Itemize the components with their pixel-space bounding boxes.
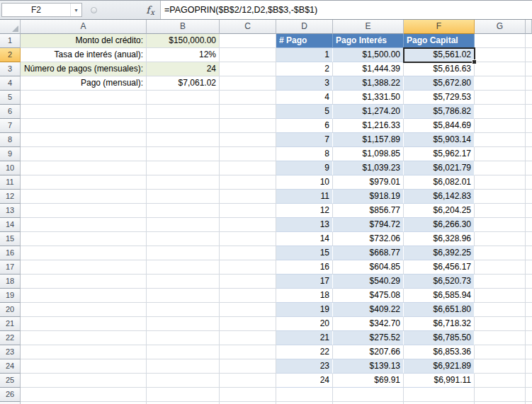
cell-C18[interactable] [220, 275, 276, 289]
cell-C14[interactable] [220, 218, 276, 232]
cell-B11[interactable] [147, 175, 220, 190]
cell-A22[interactable] [21, 331, 147, 345]
cell-C6[interactable] [220, 105, 276, 119]
cell-C17[interactable] [220, 260, 276, 275]
cell-C15[interactable] [220, 232, 276, 246]
column-header-D[interactable]: D [276, 20, 333, 34]
cell-E11[interactable]: $979.01 [333, 175, 404, 190]
cell-G12[interactable] [475, 190, 526, 204]
cell-G10[interactable] [475, 161, 526, 175]
row-header-19[interactable]: 19 [0, 289, 21, 303]
cell-F18[interactable]: $6,520.73 [404, 275, 475, 289]
cell-E3[interactable]: $1,444.39 [333, 62, 404, 76]
cell-D19[interactable]: 18 [276, 289, 333, 303]
cell-F25[interactable]: $6,991.11 [404, 374, 475, 388]
cell-B10[interactable] [147, 161, 220, 175]
cell-G1[interactable] [475, 34, 526, 48]
cell-A5[interactable] [21, 91, 147, 105]
cell-C10[interactable] [220, 161, 276, 175]
cell-A3[interactable]: Número de pagos (mensuales): [21, 62, 147, 76]
cell-B19[interactable] [147, 289, 220, 303]
cell-B21[interactable] [147, 317, 220, 331]
cell-F23[interactable]: $6,853.36 [404, 345, 475, 359]
cell-A10[interactable] [21, 161, 147, 175]
cell-A7[interactable] [21, 119, 147, 133]
cell-B1[interactable]: $150,000.00 [147, 34, 220, 48]
cell-B7[interactable] [147, 119, 220, 133]
cell-G7[interactable] [475, 119, 526, 133]
cell-A4[interactable]: Pago (mensual): [21, 76, 147, 91]
cell-D6[interactable]: 5 [276, 105, 333, 119]
cell-E22[interactable]: $275.52 [333, 331, 404, 345]
cell-A16[interactable] [21, 246, 147, 260]
insert-function-icon[interactable]: fx [146, 5, 154, 15]
cell-G15[interactable] [475, 232, 526, 246]
row-header-23[interactable]: 23 [0, 345, 21, 359]
cell-C9[interactable] [220, 147, 276, 161]
cell-E1[interactable]: Pago Interés [333, 34, 404, 48]
cell-D8[interactable]: 7 [276, 133, 333, 147]
cell-D21[interactable]: 20 [276, 317, 333, 331]
cell-G4[interactable] [475, 76, 526, 91]
cell-D20[interactable]: 19 [276, 303, 333, 317]
cell-D17[interactable]: 16 [276, 260, 333, 275]
cell-D14[interactable]: 13 [276, 218, 333, 232]
cell-B25[interactable] [147, 374, 220, 388]
row-header-8[interactable]: 8 [0, 133, 21, 147]
row-header-7[interactable]: 7 [0, 119, 21, 133]
row-header-22[interactable]: 22 [0, 331, 21, 345]
cell-F22[interactable]: $6,785.50 [404, 331, 475, 345]
cell-E26[interactable] [333, 388, 404, 402]
cell-B18[interactable] [147, 275, 220, 289]
cell-D7[interactable]: 6 [276, 119, 333, 133]
row-header-5[interactable]: 5 [0, 91, 21, 105]
column-header-A[interactable]: A [21, 20, 147, 34]
cell-B26[interactable] [147, 388, 220, 402]
cell-C1[interactable] [220, 34, 276, 48]
cell-E19[interactable]: $475.08 [333, 289, 404, 303]
cell-F21[interactable]: $6,718.32 [404, 317, 475, 331]
cell-E9[interactable]: $1,098.85 [333, 147, 404, 161]
name-box-dropdown-icon[interactable]: ▼ [70, 4, 81, 16]
cell-F15[interactable]: $6,328.96 [404, 232, 475, 246]
cell-C2[interactable] [220, 48, 276, 62]
cell-F5[interactable]: $5,729.53 [404, 91, 475, 105]
cell-C13[interactable] [220, 204, 276, 218]
cell-D15[interactable]: 14 [276, 232, 333, 246]
cell-C21[interactable] [220, 317, 276, 331]
cell-B15[interactable] [147, 232, 220, 246]
cell-E10[interactable]: $1,039.23 [333, 161, 404, 175]
cell-A8[interactable] [21, 133, 147, 147]
cell-F2[interactable]: $5,561.02 [404, 48, 475, 62]
cell-B24[interactable] [147, 359, 220, 374]
column-header-E[interactable]: E [333, 20, 404, 34]
cell-D10[interactable]: 9 [276, 161, 333, 175]
row-header-26[interactable]: 26 [0, 388, 21, 402]
cell-F20[interactable]: $6,651.80 [404, 303, 475, 317]
cell-E6[interactable]: $1,274.20 [333, 105, 404, 119]
cell-A2[interactable]: Tasa de interés (anual): [21, 48, 147, 62]
row-header-21[interactable]: 21 [0, 317, 21, 331]
cell-B3[interactable]: 24 [147, 62, 220, 76]
cell-G21[interactable] [475, 317, 526, 331]
cell-D4[interactable]: 3 [276, 76, 333, 91]
cell-E15[interactable]: $732.06 [333, 232, 404, 246]
row-header-6[interactable]: 6 [0, 105, 21, 119]
cell-E20[interactable]: $409.22 [333, 303, 404, 317]
cell-A12[interactable] [21, 190, 147, 204]
cell-A20[interactable] [21, 303, 147, 317]
cell-G19[interactable] [475, 289, 526, 303]
cell-A9[interactable] [21, 147, 147, 161]
cell-F3[interactable]: $5,616.63 [404, 62, 475, 76]
row-header-4[interactable]: 4 [0, 76, 21, 91]
cell-B6[interactable] [147, 105, 220, 119]
cell-G18[interactable] [475, 275, 526, 289]
column-header-B[interactable]: B [147, 20, 220, 34]
cell-C24[interactable] [220, 359, 276, 374]
cell-E18[interactable]: $540.29 [333, 275, 404, 289]
cell-E25[interactable]: $69.91 [333, 374, 404, 388]
cell-A14[interactable] [21, 218, 147, 232]
cell-G23[interactable] [475, 345, 526, 359]
cell-D9[interactable]: 8 [276, 147, 333, 161]
cell-A24[interactable] [21, 359, 147, 374]
